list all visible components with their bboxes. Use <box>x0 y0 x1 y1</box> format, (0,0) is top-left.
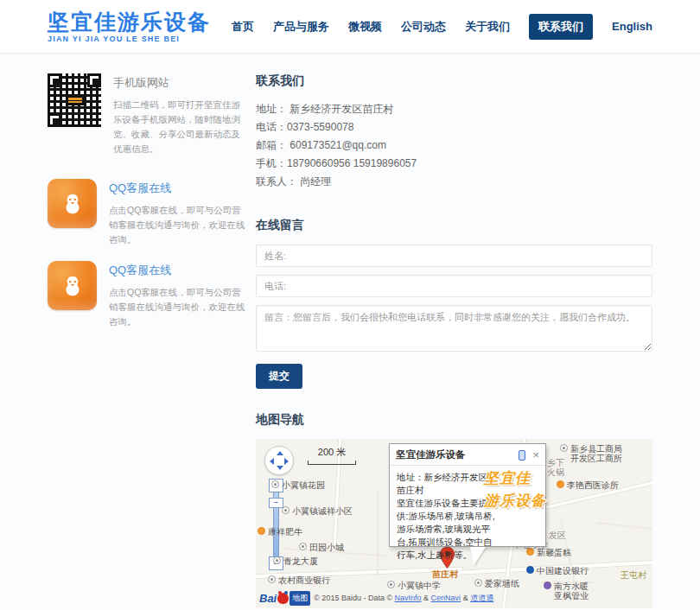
map-label: 小冀镇诚祥小区 <box>282 506 353 516</box>
nav-item-home[interactable]: 首页 <box>232 19 254 35</box>
map-label: 中国建设银行 <box>526 566 589 575</box>
main-content: 联系我们 地址： 新乡经济开发区苗庄村 电话：0373-5590078 邮箱： … <box>256 73 652 608</box>
form-heading: 在线留言 <box>256 218 652 233</box>
map-label: 李艳西医诊所 <box>557 480 619 490</box>
infowindow-tail <box>470 547 486 566</box>
qq-service-desc: 点击QQ客服在线，即可与公司营销客服在线沟通与询价，欢迎在线咨询。 <box>109 285 248 329</box>
cennavi-link[interactable]: CenNavi <box>431 594 461 602</box>
map-pan-control[interactable] <box>264 446 294 475</box>
poi-icon <box>557 480 564 488</box>
contact-heading: 联系我们 <box>256 73 652 89</box>
qr-code <box>48 73 101 127</box>
poi-icon <box>544 581 551 589</box>
contact-email: 邮箱： 609173521@qq.com <box>256 137 652 155</box>
contact-phone: 电话：0373-5590078 <box>256 118 652 137</box>
poi-icon <box>268 575 276 583</box>
mobile-site-block: 手机版网站 扫描二维码，即可打开坚宜佳游乐设备手机版网站，随时随地浏览、收藏、分… <box>48 73 248 156</box>
poi-icon <box>299 543 307 550</box>
qq-service-block: QQ客服在线 点击QQ客服在线，即可与公司营销客服在线沟通与询价，欢迎在线咨询。 <box>48 179 248 247</box>
map-label: 乡下 火锅 <box>547 458 564 477</box>
submit-button[interactable]: 提交 <box>256 364 302 389</box>
map-label: 田园小城 <box>299 543 344 552</box>
poi-icon <box>560 444 568 452</box>
mobile-phone-icon[interactable] <box>519 450 525 461</box>
mobile-site-title: 手机版网站 <box>113 75 248 91</box>
poi-icon <box>474 579 482 587</box>
qq-penguin-icon <box>60 273 86 299</box>
map-label: 康祥肥牛 <box>258 527 302 537</box>
map-scale-bar <box>308 461 356 465</box>
map-label: 爱家墙纸 <box>474 579 519 588</box>
qq-service-link[interactable]: QQ客服在线 <box>109 263 248 278</box>
map-label: 小冀镇花园 <box>271 480 325 490</box>
nav-item-contact[interactable]: 联系我们 <box>529 14 593 40</box>
nav-item-about[interactable]: 关于我们 <box>465 19 510 35</box>
daodaotong-link[interactable]: 道道通 <box>470 594 493 602</box>
map-label: 新乡县工商局 开发区工商所 <box>560 444 622 463</box>
pan-down-icon[interactable] <box>277 466 283 470</box>
map-scale-label: 200 米 <box>318 447 346 457</box>
logo-title: 坚宜佳游乐设备 <box>48 10 211 33</box>
site-header: 坚宜佳游乐设备 JIAN YI JIA YOU LE SHE BEI 首页 产品… <box>0 0 700 54</box>
logo-subtitle: JIAN YI JIA YOU LE SHE BEI <box>48 35 211 43</box>
map-scale: 200 米 <box>308 446 356 465</box>
poi-icon <box>282 506 290 514</box>
poi-icon <box>258 527 265 535</box>
map-label: 发区 <box>549 531 566 540</box>
baidu-paw-icon <box>277 593 289 604</box>
message-form: 在线留言 提交 <box>256 218 652 389</box>
baidu-map[interactable]: 200 米 + − − 小冀镇花园 小冀镇诚祥小区 康祥肥牛 田园小城 青龙大厦 <box>256 439 652 608</box>
pan-right-icon[interactable] <box>284 458 289 465</box>
map-road <box>597 522 652 530</box>
name-input[interactable] <box>256 245 652 267</box>
nav-item-news[interactable]: 公司动态 <box>401 19 446 35</box>
copyright-text: © 2015 Baidu - Data © NavInfo & CenNavi … <box>314 593 493 604</box>
pan-up-icon[interactable] <box>277 451 283 455</box>
nav-item-video[interactable]: 微视频 <box>348 19 382 35</box>
infowindow-title: 坚宜佳游乐设备 <box>396 448 519 461</box>
contact-mobile: 手机：18790660956 15919896057 <box>256 155 652 173</box>
map-road <box>377 491 379 577</box>
poi-icon <box>526 566 534 574</box>
main-nav: 首页 产品与服务 微视频 公司动态 关于我们 联系我们 English <box>232 14 652 40</box>
sidebar: 手机版网站 扫描二维码，即可打开坚宜佳游乐设备手机版网站，随时随地浏览、收藏、分… <box>48 73 248 608</box>
poi-icon <box>273 556 281 564</box>
qq-penguin-icon <box>60 191 86 217</box>
qq-icon[interactable] <box>48 179 97 228</box>
qq-service-block: QQ客服在线 点击QQ客服在线，即可与公司营销客服在线沟通与询价，欢迎在线咨询。 <box>48 261 248 329</box>
close-icon[interactable]: × <box>532 451 539 460</box>
map-label: 南方水暖 亚枫管业 <box>544 581 589 600</box>
map-label: 王屯村 <box>620 570 646 580</box>
logo[interactable]: 坚宜佳游乐设备 JIAN YI JIA YOU LE SHE BEI <box>48 10 211 43</box>
map-attribution: Bai 地图 © 2015 Baidu - Data © NavInfo & C… <box>259 591 493 606</box>
poi-icon <box>271 480 279 488</box>
mobile-site-desc: 扫描二维码，即可打开坚宜佳游乐设备手机版网站，随时随地浏览、收藏、分享公司最新动… <box>113 98 248 156</box>
contact-person: 联系人： 尚经理 <box>256 173 652 191</box>
nav-item-products[interactable]: 产品与服务 <box>273 19 329 35</box>
contact-address: 地址： 新乡经济开发区苗庄村 <box>256 100 652 118</box>
qq-icon[interactable] <box>48 261 97 310</box>
map-label: 青龙大厦 <box>273 556 318 566</box>
qq-service-desc: 点击QQ客服在线，即可与公司营销客服在线沟通与询价，欢迎在线咨询。 <box>109 203 248 247</box>
navinfo-link[interactable]: NavInfo <box>395 594 422 602</box>
poi-icon <box>387 581 395 588</box>
map-label: 小冀镇中学 <box>387 581 441 590</box>
map-watermark: 坚宜佳 游乐设备 <box>484 467 546 512</box>
map-heading: 地图导航 <box>256 412 652 428</box>
map-label: 农村商业银行 <box>268 575 330 585</box>
message-textarea[interactable] <box>256 305 652 352</box>
baidu-logo[interactable]: Bai 地图 <box>259 591 314 606</box>
pan-left-icon[interactable] <box>270 458 274 465</box>
qq-service-link[interactable]: QQ客服在线 <box>109 181 248 196</box>
phone-input[interactable] <box>256 275 652 297</box>
nav-item-english[interactable]: English <box>612 20 652 33</box>
